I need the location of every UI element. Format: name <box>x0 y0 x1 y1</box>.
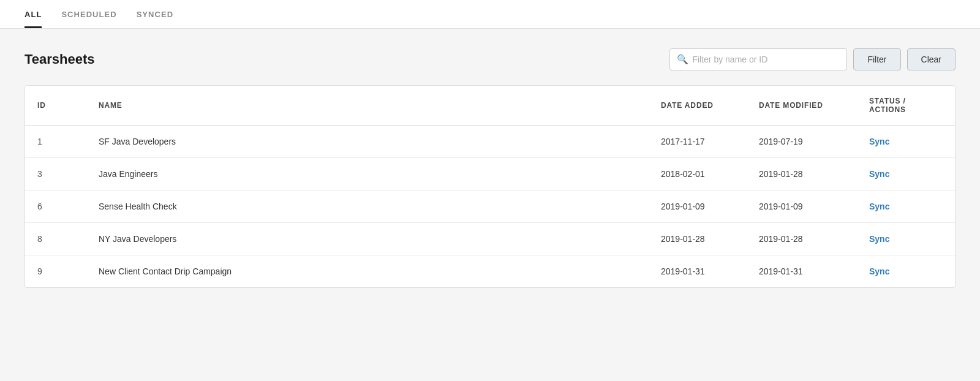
sync-button[interactable]: Sync <box>869 234 889 244</box>
cell-id: 9 <box>25 255 86 288</box>
cell-date-modified: 2019-01-09 <box>747 190 857 223</box>
cell-name: SF Java Developers <box>86 126 649 158</box>
cell-date-added: 2019-01-28 <box>649 223 747 255</box>
table-row: 1SF Java Developers2017-11-172019-07-19S… <box>25 126 955 158</box>
sync-button[interactable]: Sync <box>869 169 889 179</box>
table-row: 6Sense Health Check2019-01-092019-01-09S… <box>25 190 955 223</box>
col-header-name: NAME <box>86 86 649 126</box>
sync-button[interactable]: Sync <box>869 202 889 211</box>
tab-scheduled[interactable]: SCHEDULED <box>61 0 116 28</box>
filter-button[interactable]: Filter <box>853 48 900 70</box>
cell-date-modified: 2019-01-28 <box>747 223 857 255</box>
cell-action: Sync <box>857 126 955 158</box>
cell-date-added: 2019-01-09 <box>649 190 747 223</box>
tearsheets-table: ID NAME DATE ADDED DATE MODIFIED STATUS … <box>25 86 955 287</box>
table-row: 8NY Java Developers2019-01-282019-01-28S… <box>25 223 955 255</box>
page-title: Tearsheets <box>24 51 95 67</box>
cell-id: 1 <box>25 126 86 158</box>
tab-all[interactable]: ALL <box>24 0 42 28</box>
search-input-wrapper: 🔍 <box>669 48 847 70</box>
cell-id: 3 <box>25 158 86 190</box>
cell-date-added: 2017-11-17 <box>649 126 747 158</box>
col-header-status: STATUS / ACTIONS <box>857 86 955 126</box>
cell-date-modified: 2019-01-31 <box>747 255 857 288</box>
filter-area: 🔍 Filter Clear <box>669 48 956 70</box>
col-header-date-modified: DATE MODIFIED <box>747 86 857 126</box>
col-header-id: ID <box>25 86 86 126</box>
cell-name: NY Java Developers <box>86 223 649 255</box>
cell-date-added: 2018-02-01 <box>649 158 747 190</box>
cell-id: 6 <box>25 190 86 223</box>
col-header-date-added: DATE ADDED <box>649 86 747 126</box>
cell-date-added: 2019-01-31 <box>649 255 747 288</box>
sync-button[interactable]: Sync <box>869 266 889 276</box>
cell-action: Sync <box>857 223 955 255</box>
clear-button[interactable]: Clear <box>907 48 956 70</box>
table-header: ID NAME DATE ADDED DATE MODIFIED STATUS … <box>25 86 955 126</box>
table-row: 9New Client Contact Drip Campaign2019-01… <box>25 255 955 288</box>
search-input[interactable] <box>669 48 847 70</box>
cell-date-modified: 2019-07-19 <box>747 126 857 158</box>
cell-name: New Client Contact Drip Campaign <box>86 255 649 288</box>
tab-synced[interactable]: SYNCED <box>137 0 173 28</box>
header-row: Tearsheets 🔍 Filter Clear <box>24 48 956 70</box>
main-content: Tearsheets 🔍 Filter Clear ID NAME DATE A… <box>0 29 980 307</box>
sync-button[interactable]: Sync <box>869 137 889 146</box>
cell-date-modified: 2019-01-28 <box>747 158 857 190</box>
cell-action: Sync <box>857 190 955 223</box>
tabs-bar: ALL SCHEDULED SYNCED <box>0 0 980 29</box>
cell-action: Sync <box>857 158 955 190</box>
cell-id: 8 <box>25 223 86 255</box>
page-wrapper: ALL SCHEDULED SYNCED Tearsheets 🔍 Filter… <box>0 0 980 381</box>
cell-name: Java Engineers <box>86 158 649 190</box>
cell-action: Sync <box>857 255 955 288</box>
table-wrapper: ID NAME DATE ADDED DATE MODIFIED STATUS … <box>24 85 956 288</box>
table-row: 3Java Engineers2018-02-012019-01-28Sync <box>25 158 955 190</box>
table-body: 1SF Java Developers2017-11-172019-07-19S… <box>25 126 955 288</box>
cell-name: Sense Health Check <box>86 190 649 223</box>
